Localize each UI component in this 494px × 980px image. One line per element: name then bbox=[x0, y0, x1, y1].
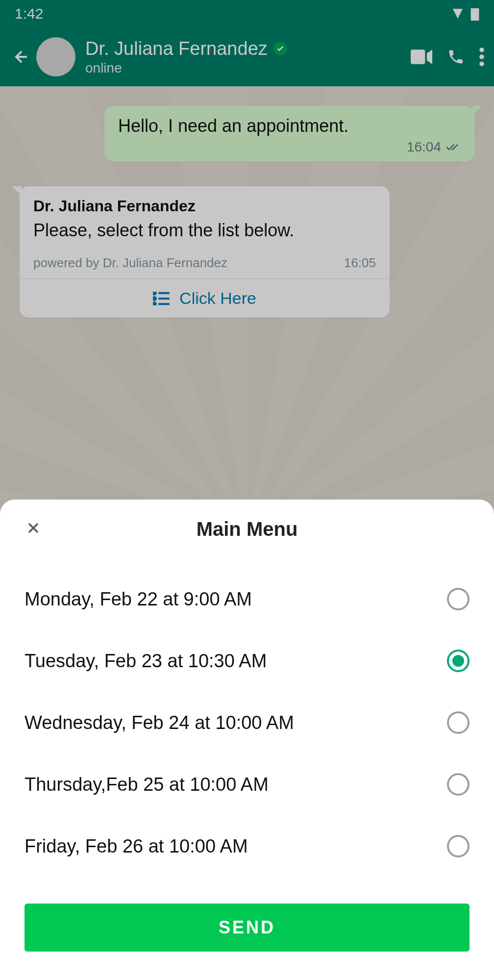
option-label: Tuesday, Feb 23 at 10:30 AM bbox=[25, 651, 267, 672]
bottom-sheet: Main Menu Monday, Feb 22 at 9:00 AM Tues… bbox=[0, 500, 494, 980]
radio-icon bbox=[447, 650, 469, 672]
send-button[interactable]: SEND bbox=[25, 904, 469, 952]
close-button[interactable] bbox=[25, 519, 44, 539]
option-thu[interactable]: Thursday,Feb 25 at 10:00 AM bbox=[0, 754, 494, 815]
send-label: SEND bbox=[219, 917, 275, 938]
close-icon bbox=[25, 519, 42, 537]
radio-icon bbox=[447, 835, 469, 857]
option-label: Thursday,Feb 25 at 10:00 AM bbox=[25, 774, 269, 795]
option-wed[interactable]: Wednesday, Feb 24 at 10:00 AM bbox=[0, 692, 494, 754]
option-label: Wednesday, Feb 24 at 10:00 AM bbox=[25, 712, 294, 733]
radio-icon bbox=[447, 711, 469, 734]
radio-icon bbox=[447, 773, 469, 796]
options-list: Monday, Feb 22 at 9:00 AM Tuesday, Feb 2… bbox=[0, 553, 494, 892]
option-label: Monday, Feb 22 at 9:00 AM bbox=[25, 589, 252, 610]
sheet-title: Main Menu bbox=[197, 518, 298, 540]
option-fri[interactable]: Friday, Feb 26 at 10:00 AM bbox=[0, 815, 494, 877]
option-tue[interactable]: Tuesday, Feb 23 at 10:30 AM bbox=[0, 630, 494, 692]
option-label: Friday, Feb 26 at 10:00 AM bbox=[25, 836, 248, 857]
sheet-header: Main Menu bbox=[0, 500, 494, 553]
radio-icon bbox=[447, 588, 469, 610]
option-mon[interactable]: Monday, Feb 22 at 9:00 AM bbox=[0, 568, 494, 630]
